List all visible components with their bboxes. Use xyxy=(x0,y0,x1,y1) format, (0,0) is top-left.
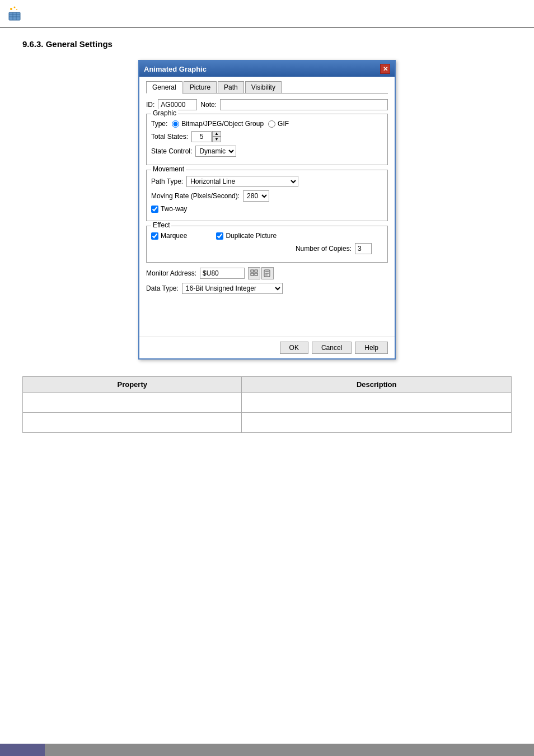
radio-bitmap-input[interactable] xyxy=(172,120,179,128)
total-states-label: Total States: xyxy=(151,133,188,141)
svg-rect-9 xyxy=(255,270,257,272)
svg-point-2 xyxy=(16,9,17,10)
marquee-checkbox[interactable] xyxy=(151,232,158,240)
data-type-label: Data Type: xyxy=(146,284,179,292)
svg-rect-11 xyxy=(255,273,257,276)
movement-group-label: Movement xyxy=(151,165,186,173)
spinner-down-button[interactable]: ▼ xyxy=(212,137,221,142)
dialog-tabs: General Picture Path Visibility xyxy=(146,81,388,94)
monitor-address-icons xyxy=(248,267,274,279)
tab-picture[interactable]: Picture xyxy=(184,81,217,93)
dialog-title-bar: Animated Graphic ✕ xyxy=(139,61,395,77)
marquee-label: Marquee xyxy=(161,232,187,240)
dialog-wrapper: Animated Graphic ✕ General Picture Path xyxy=(22,60,512,360)
graphic-group: Graphic Type: Bitmap/JPEG/Object Group xyxy=(146,114,388,165)
total-states-spinner: ▲ ▼ xyxy=(191,131,221,142)
data-type-row: Data Type: 16-Bit Unsigned Integer 8-Bit… xyxy=(146,283,388,294)
monitor-address-label: Monitor Address: xyxy=(146,269,196,277)
two-way-checkbox-label[interactable]: Two-way xyxy=(151,205,187,213)
table-row xyxy=(23,413,512,433)
graphic-group-label: Graphic xyxy=(151,109,178,117)
svg-point-0 xyxy=(10,8,12,10)
radio-bitmap-label: Bitmap/JPEG/Object Group xyxy=(181,120,264,128)
property-column-header: Property xyxy=(23,377,242,393)
grid-icon xyxy=(250,269,258,277)
status-bar xyxy=(0,744,534,756)
type-row: Type: Bitmap/JPEG/Object Group GIF xyxy=(151,120,383,128)
path-type-row: Path Type: Horizontal Line Vertical Line… xyxy=(151,176,383,187)
num-copies-input[interactable] xyxy=(355,243,372,254)
path-type-label: Path Type: xyxy=(151,178,183,185)
radio-gif-label: GIF xyxy=(278,120,289,128)
table-row xyxy=(23,393,512,413)
path-type-select[interactable]: Horizontal Line Vertical Line Diagonal xyxy=(186,176,298,187)
effect-group-content: Marquee Duplicate Picture Number of Copi… xyxy=(151,230,383,254)
description-cell xyxy=(242,413,512,433)
moving-rate-row: Moving Rate (Pixels/Second): 280 200 300 xyxy=(151,190,383,202)
radio-gif-input[interactable] xyxy=(268,120,275,128)
total-states-row: Total States: ▲ ▼ xyxy=(151,131,383,142)
animated-graphic-dialog: Animated Graphic ✕ General Picture Path xyxy=(138,60,396,360)
moving-rate-select[interactable]: 280 200 300 xyxy=(243,190,269,202)
monitor-address-row: Monitor Address: xyxy=(146,267,388,279)
tab-general[interactable]: General xyxy=(146,81,182,94)
effect-group-label: Effect xyxy=(151,221,171,229)
movement-group-content: Path Type: Horizontal Line Vertical Line… xyxy=(151,174,383,213)
property-cell xyxy=(23,393,242,413)
tab-path[interactable]: Path xyxy=(218,81,244,93)
moving-rate-label: Moving Rate (Pixels/Second): xyxy=(151,192,240,200)
ok-button[interactable]: OK xyxy=(280,342,308,354)
spinner-up-button[interactable]: ▲ xyxy=(212,131,221,137)
two-way-row: Two-way xyxy=(151,205,383,213)
spinner-buttons: ▲ ▼ xyxy=(212,131,221,142)
property-table: Property Description xyxy=(22,376,512,433)
total-states-input[interactable] xyxy=(191,131,212,142)
effect-group: Effect Marquee Duplicate Picture xyxy=(146,226,388,263)
monitor-address-input[interactable] xyxy=(200,268,245,279)
id-label: ID: xyxy=(146,101,154,109)
tab-visibility[interactable]: Visibility xyxy=(245,81,282,93)
svg-rect-8 xyxy=(251,270,254,272)
duplicate-checkbox[interactable] xyxy=(216,232,223,240)
tag-icon xyxy=(264,269,271,277)
id-note-row: ID: Note: xyxy=(146,99,388,110)
note-label: Note: xyxy=(200,101,217,109)
help-button[interactable]: Help xyxy=(355,342,388,354)
state-control-row: State Control: Dynamic Static Manual xyxy=(151,146,383,157)
svg-point-1 xyxy=(14,7,16,8)
svg-rect-3 xyxy=(9,12,20,20)
data-type-select[interactable]: 16-Bit Unsigned Integer 8-Bit Unsigned I… xyxy=(182,283,283,294)
radio-bitmap[interactable]: Bitmap/JPEG/Object Group xyxy=(172,120,264,128)
duplicate-checkbox-label[interactable]: Duplicate Picture xyxy=(216,232,277,240)
state-control-label: State Control: xyxy=(151,147,192,155)
dialog-close-button[interactable]: ✕ xyxy=(380,64,390,74)
grid-icon-button[interactable] xyxy=(248,267,260,279)
dialog-title: Animated Graphic xyxy=(144,65,207,73)
tag-icon-button[interactable] xyxy=(261,267,274,279)
property-cell xyxy=(23,413,242,433)
state-control-select[interactable]: Dynamic Static Manual xyxy=(195,146,236,157)
cancel-button[interactable]: Cancel xyxy=(312,342,352,354)
app-icon xyxy=(6,4,24,22)
page-content: 9.6.3. General Settings Animated Graphic… xyxy=(0,28,534,444)
description-column-header: Description xyxy=(242,377,512,393)
movement-group: Movement Path Type: Horizontal Line Vert… xyxy=(146,170,388,221)
two-way-label: Two-way xyxy=(161,205,187,213)
top-bar xyxy=(0,0,534,28)
spacer xyxy=(146,297,388,331)
description-cell xyxy=(242,393,512,413)
radio-gif[interactable]: GIF xyxy=(268,120,289,128)
svg-rect-10 xyxy=(251,273,254,276)
marquee-checkbox-label[interactable]: Marquee xyxy=(151,232,187,240)
num-copies-label: Number of Copies: xyxy=(296,245,352,253)
two-way-checkbox[interactable] xyxy=(151,206,158,213)
type-label: Type: xyxy=(151,120,167,128)
graphic-group-content: Type: Bitmap/JPEG/Object Group GIF xyxy=(151,118,383,157)
status-bar-left xyxy=(0,744,45,756)
note-input[interactable] xyxy=(220,99,388,110)
section-title: 9.6.3. General Settings xyxy=(22,39,512,49)
dialog-footer: OK Cancel Help xyxy=(139,337,395,358)
duplicate-label: Duplicate Picture xyxy=(226,232,277,240)
num-copies-row: Number of Copies: xyxy=(151,243,383,254)
id-input[interactable] xyxy=(158,99,197,110)
